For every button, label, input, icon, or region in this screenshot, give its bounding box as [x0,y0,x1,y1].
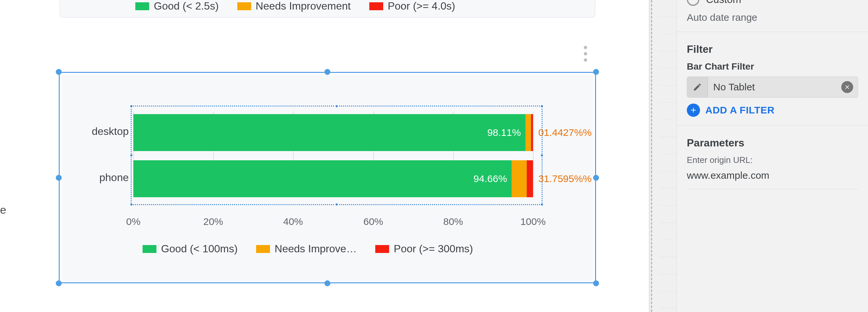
filter-chip-label: No Tablet [708,81,841,93]
bar-segment-ni [525,114,531,151]
bar-chart-legend: Good (< 100ms) Needs Improve… Poor (>= 3… [143,243,473,255]
bar-segment-ni [512,160,527,197]
axis-tick: 80% [443,216,463,227]
more-options-icon[interactable] [578,44,593,64]
legend-item-good: Good (< 100ms) [143,243,238,255]
divider [687,189,858,189]
canvas-guide-line [651,0,652,312]
bar-segment-poor [531,114,533,151]
origin-url-input[interactable]: www.example.com [687,168,858,181]
inner-handle-br[interactable] [540,203,544,206]
legend-label: Poor (>= 300ms) [394,243,473,255]
legend-label: Needs Improvement [256,0,351,12]
resize-handle-bl[interactable] [56,280,62,286]
bar-label-overflow: 31.7595%% [538,173,592,184]
close-icon[interactable] [841,81,853,93]
pencil-icon[interactable] [687,77,708,97]
bar-label-good: 94.66% [474,173,507,184]
upper-chart-legend: Good (< 2.5s) Needs Improvement Poor (>=… [135,0,455,12]
bar-label-overflow: 01.4427%% [538,127,592,138]
bar-segment-good [133,114,525,151]
legend-swatch-good [143,245,156,253]
legend-swatch-poor [375,245,389,253]
legend-item-good: Good (< 2.5s) [135,0,219,12]
bar-chart-plot: 98.11% 01.4427%% 94.66% 31.7595%% [133,111,533,197]
legend-label: Needs Improve… [275,243,357,255]
category-label-phone: phone [63,172,129,184]
legend-item-poor: Poor (>= 4.0s) [369,0,456,12]
legend-label: Good (< 100ms) [161,243,238,255]
legend-item-needs-improvement: Needs Improve… [256,243,357,255]
resize-handle-br[interactable] [593,280,599,286]
canvas-ruler-area [637,0,677,312]
bar-segment-good [133,160,512,197]
axis-tick: 20% [203,216,223,227]
legend-label: Poor (>= 4.0s) [388,0,456,12]
axis-tick: 40% [283,216,303,227]
parameters-hint: Enter origin URL: [687,155,858,165]
plus-icon [687,104,700,117]
auto-date-range-text[interactable]: Auto date range [687,12,858,23]
resize-handle-ml[interactable] [56,175,62,181]
bar-segment-poor [527,160,533,197]
resize-handle-tr[interactable] [593,69,599,75]
legend-item-needs-improvement: Needs Improvement [237,0,351,12]
inner-handle-tl[interactable] [130,105,133,108]
category-label-desktop: desktop [63,125,129,138]
legend-label: Good (< 2.5s) [154,0,219,12]
legend-item-poor: Poor (>= 300ms) [375,243,473,255]
bar-row-phone: 94.66% 31.7595%% [133,160,533,197]
inner-handle-bl[interactable] [130,203,133,206]
axis-tick: 100% [521,216,546,227]
inner-handle-bm[interactable] [335,203,338,206]
inner-handle-mr[interactable] [540,154,544,157]
resize-handle-bm[interactable] [324,280,330,286]
filter-chip-no-tablet[interactable]: No Tablet [687,76,858,98]
filter-section-title: Filter [687,43,858,56]
resize-handle-tl[interactable] [56,69,62,75]
parameters-section-title: Parameters [687,137,858,149]
bar-label-good: 98.11% [487,127,521,138]
cropped-text-fragment: e [0,204,6,216]
radio-label: Custom [706,0,741,6]
add-filter-button[interactable]: ADD A FILTER [687,104,858,117]
gridline [533,111,534,197]
inner-handle-tr[interactable] [540,105,544,108]
add-filter-label: ADD A FILTER [705,105,775,116]
canvas-edge [637,0,650,312]
axis-tick: 0% [126,216,140,227]
axis-tick: 60% [363,216,383,227]
bar-row-desktop: 98.11% 01.4427%% [133,114,533,151]
legend-swatch-good [135,2,149,10]
legend-swatch-poor [369,2,383,10]
legend-swatch-ni [237,2,251,10]
legend-swatch-ni [256,245,270,253]
inner-handle-tm[interactable] [335,105,338,108]
resize-handle-mr[interactable] [593,175,599,181]
ruler-ticks-bg [659,0,677,312]
radio-icon [687,0,699,6]
resize-handle-tm[interactable] [324,69,330,75]
filter-subtitle: Bar Chart Filter [687,61,858,72]
properties-side-panel: Custom Auto date range Filter Bar Chart … [677,0,868,312]
date-range-custom-radio[interactable]: Custom [687,0,858,6]
inner-handle-ml[interactable] [130,154,133,157]
